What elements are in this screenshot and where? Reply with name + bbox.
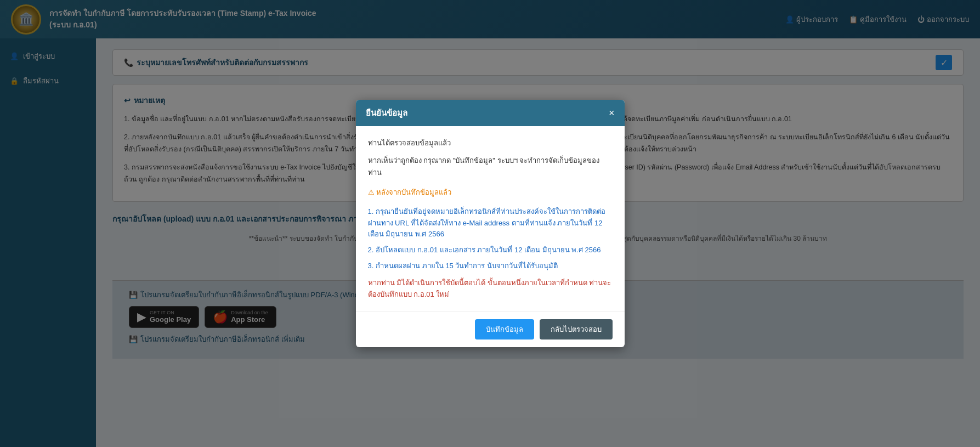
modal-dialog: ยืนยันข้อมูล × ท่านได้ตรวจสอบข้อมูลแล้ว … (356, 100, 625, 348)
modal-footer: บันทึกข้อมูล กลับไปตรวจสอบ (356, 311, 625, 347)
modal-save-button[interactable]: บันทึกข้อมูล (475, 319, 534, 340)
modal-body: ท่านได้ตรวจสอบข้อมูลแล้ว หากเห็นว่าถูกต้… (356, 126, 625, 312)
modal-info-list: 1. กรุณายืนยันที่อยู่จดหมายอิเล็กทรอนิกส… (368, 206, 613, 272)
modal-title: ยืนยันข้อมูล (366, 106, 407, 120)
modal-save-prompt: หากเห็นว่าถูกต้อง กรุณากด "บันทึกข้อมูล"… (368, 155, 613, 179)
modal-red-note: หากท่าน มิได้ดำเนินการใช้บัดนี้ตอบได้ ขั… (368, 278, 613, 301)
modal-back-button[interactable]: กลับไปตรวจสอบ (540, 319, 613, 340)
modal-overlay: ยืนยันข้อมูล × ท่านได้ตรวจสอบข้อมูลแล้ว … (0, 0, 980, 447)
modal-checked-text: ท่านได้ตรวจสอบข้อมูลแล้ว (368, 137, 613, 149)
modal-warning-link[interactable]: ⚠ หลังจากบันทึกข้อมูลแล้ว (368, 186, 613, 199)
modal-list-item-2: 2. อัปโหลดแบบ ก.อ.01 และเอกสาร ภายในวันท… (368, 245, 613, 256)
modal-list-item-1: 1. กรุณายืนยันที่อยู่จดหมายอิเล็กทรอนิกส… (368, 206, 613, 240)
modal-close-button[interactable]: × (609, 108, 615, 118)
modal-header: ยืนยันข้อมูล × (356, 100, 625, 126)
modal-list-item-3: 3. กำหนดผลผ่าน ภายใน 15 วันทำการ นับจากว… (368, 261, 613, 272)
